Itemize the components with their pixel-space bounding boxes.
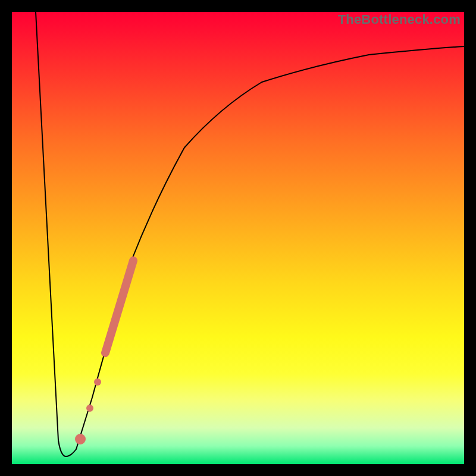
highlight-thick-segment (105, 261, 133, 353)
chart-svg (12, 12, 464, 464)
chart-frame: TheBottleneck.com (0, 0, 476, 476)
bottleneck-curve (36, 12, 464, 456)
highlight-dot (86, 405, 93, 412)
highlight-dot (94, 378, 101, 386)
highlight-dot (75, 434, 86, 444)
plot-area: TheBottleneck.com (12, 12, 464, 464)
